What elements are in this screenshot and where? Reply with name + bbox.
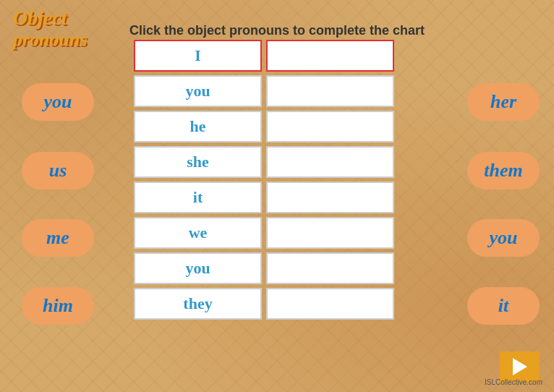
cell-right-6 bbox=[266, 252, 394, 284]
cell-right-0 bbox=[266, 40, 394, 72]
chart-row-4: it bbox=[134, 182, 394, 213]
cell-left-4: it bbox=[134, 182, 262, 213]
cell-left-1: you bbox=[134, 75, 262, 107]
cell-left-0: I bbox=[134, 40, 262, 72]
oval-btn-her[interactable]: her bbox=[467, 83, 540, 121]
cell-right-2 bbox=[266, 111, 394, 142]
chart-row-7: they bbox=[134, 288, 394, 320]
oval-label-them: them bbox=[484, 160, 522, 182]
chart-row-2: he bbox=[134, 111, 394, 142]
cell-right-7 bbox=[266, 288, 394, 320]
watermark: ISLCollective.com bbox=[485, 378, 542, 386]
oval-label-you-left: you bbox=[44, 91, 72, 113]
oval-btn-them[interactable]: them bbox=[467, 152, 540, 189]
oval-label-her: her bbox=[490, 91, 516, 113]
oval-btn-me[interactable]: me bbox=[22, 219, 94, 257]
oval-btn-it-right[interactable]: it bbox=[467, 287, 540, 325]
cell-left-2: he bbox=[134, 111, 262, 142]
instruction-text: Click the object pronouns to complete th… bbox=[129, 13, 425, 38]
oval-btn-you-right[interactable]: you bbox=[467, 219, 540, 257]
cell-right-4 bbox=[266, 182, 394, 213]
oval-btn-you-left[interactable]: you bbox=[22, 83, 94, 121]
chart-row-5: we bbox=[134, 217, 394, 249]
oval-btn-him[interactable]: him bbox=[22, 287, 94, 325]
cell-left-6: you bbox=[134, 252, 262, 284]
cell-left-5: we bbox=[134, 217, 262, 249]
chart-row-6: you bbox=[134, 252, 394, 284]
oval-label-it-right: it bbox=[498, 295, 508, 317]
cell-left-7: they bbox=[134, 288, 262, 320]
cell-right-3 bbox=[266, 146, 394, 178]
cell-right-5 bbox=[266, 217, 394, 249]
play-button[interactable] bbox=[500, 351, 540, 382]
oval-label-you-right: you bbox=[490, 227, 518, 249]
cell-right-1 bbox=[266, 75, 394, 107]
play-icon bbox=[513, 358, 527, 375]
oval-label-us: us bbox=[49, 160, 67, 182]
chart-row-3: she bbox=[134, 146, 394, 178]
instruction-area: Click the object pronouns to complete th… bbox=[0, 7, 554, 38]
oval-label-me: me bbox=[46, 227, 69, 249]
oval-label-him: him bbox=[43, 295, 73, 317]
chart-grid: Iyouhesheitweyouthey bbox=[134, 40, 394, 320]
chart-row-1: you bbox=[134, 75, 394, 107]
oval-btn-us[interactable]: us bbox=[22, 152, 94, 189]
chart-row-0: I bbox=[134, 40, 394, 72]
cell-left-3: she bbox=[134, 146, 262, 178]
